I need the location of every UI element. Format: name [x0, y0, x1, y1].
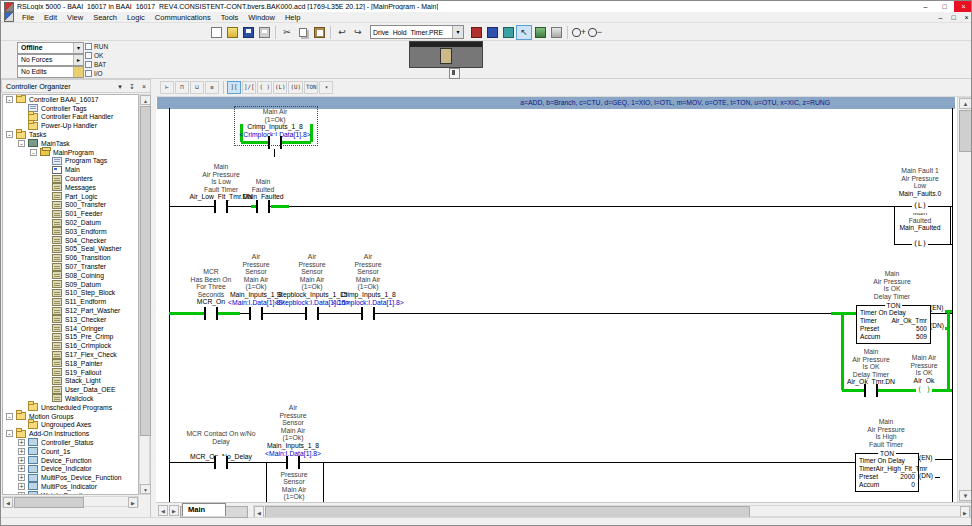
tree-expand-toggle[interactable]: + [18, 474, 25, 481]
tree-item[interactable]: S16_Crimplock [3, 341, 138, 350]
tree-item[interactable]: S02_Datum [3, 218, 138, 227]
verify-routine-icon[interactable] [468, 25, 484, 40]
menu-window[interactable]: Window [243, 13, 280, 22]
tree-expand-toggle[interactable]: + [18, 457, 25, 464]
tag-combo-box[interactable]: Drive_Hold_Timer.PRE▾ [370, 25, 464, 39]
more-elements-icon[interactable]: ▾ [319, 81, 333, 94]
tree-expand-toggle[interactable]: - [6, 413, 13, 420]
tree-item[interactable]: +Device_Function [3, 456, 138, 465]
tree-expand-toggle[interactable]: - [30, 149, 37, 156]
tree-item[interactable]: S01_Feeder [3, 209, 138, 218]
xic-icon[interactable]: ][ [227, 81, 241, 94]
tree-item[interactable]: +Device_Indicator [3, 464, 138, 473]
xic-contact[interactable] [256, 200, 270, 213]
flag-checkbox-icon[interactable] [85, 52, 92, 59]
tree-vscrollbar[interactable]: ▲ ▼ [139, 94, 150, 495]
tree-item[interactable]: -Motion Groups [3, 412, 138, 421]
tree-scroll-left-icon[interactable]: ◀ [3, 497, 13, 508]
tree-item[interactable]: S14_Oringer [3, 324, 138, 333]
editor-hscrollbar[interactable]: ◀ ▶ [253, 505, 971, 517]
xic-contact[interactable] [204, 307, 218, 320]
tree-scroll-down-icon[interactable]: ▼ [140, 484, 151, 494]
otl-icon[interactable]: (L) [273, 81, 287, 94]
tree-item[interactable]: Stack_Light [3, 377, 138, 386]
tree-item[interactable]: S06_Transition [3, 253, 138, 262]
xic-contact[interactable] [864, 384, 878, 397]
tree-item[interactable]: S03_Endform [3, 227, 138, 236]
tab-scroll-right-icon[interactable]: ▶ [169, 505, 179, 516]
tree-expand-toggle[interactable]: + [18, 492, 25, 495]
menu-logic[interactable]: Logic [122, 13, 150, 22]
tree-item[interactable]: Messages [3, 183, 138, 192]
verify-controller-icon[interactable] [484, 25, 500, 40]
tree-item[interactable]: S09_Datum [3, 280, 138, 289]
undo-icon[interactable]: ↩ [334, 25, 350, 40]
browse-logic-icon[interactable] [548, 25, 564, 40]
tree-vscroll-thumb[interactable] [140, 106, 151, 436]
xio-icon[interactable]: ]/[ [242, 81, 256, 94]
editor-vscrollbar[interactable]: ▲ ▼ [957, 97, 972, 502]
menu-edit[interactable]: Edit [39, 13, 62, 22]
tree-item[interactable]: Main [3, 165, 138, 174]
xic-contact[interactable] [361, 307, 375, 320]
branch-icon[interactable]: ⊓ [175, 81, 189, 94]
forces-selector[interactable]: No Forces ▸ [17, 54, 84, 66]
tree-item[interactable]: S10_Step_Block [3, 289, 138, 298]
otl-coil[interactable]: (L) [912, 200, 928, 213]
zoom-in-icon[interactable]: + [571, 25, 587, 40]
tree-item[interactable]: Counters [3, 174, 138, 183]
organizer-collapse-icon[interactable]: ▾ [114, 80, 126, 92]
tree-expand-toggle[interactable]: + [18, 465, 25, 472]
print-icon[interactable] [256, 25, 272, 40]
copy-icon[interactable] [295, 25, 311, 40]
tree-item[interactable]: Controller Fault Handler [3, 113, 138, 122]
tree-expand-toggle[interactable]: - [18, 140, 25, 147]
save-icon[interactable] [240, 25, 256, 40]
tree-item[interactable]: Program Tags [3, 157, 138, 166]
tree-item[interactable]: Ungrouped Axes [3, 420, 138, 429]
tree-expand-toggle[interactable]: - [6, 430, 13, 437]
timer-icon[interactable]: TON [304, 81, 318, 94]
zoom-out-icon[interactable]: − [587, 25, 603, 40]
tree-item[interactable]: S08_Coining [3, 271, 138, 280]
flag-checkbox-icon[interactable] [85, 43, 92, 50]
organizer-pin-icon[interactable]: ↧ [126, 80, 138, 92]
cross-reference-icon[interactable] [500, 25, 516, 40]
menu-search[interactable]: Search [88, 13, 122, 22]
instruction-list-icon[interactable]: ≡ [205, 81, 219, 94]
maximize-button[interactable]: □ [935, 1, 954, 12]
tree-scroll-right-icon[interactable]: ▶ [128, 497, 138, 508]
tree-item[interactable]: S17_Flex_Check [3, 350, 138, 359]
ton-block[interactable]: TONTimer On DelayTimerAir_Ok_TmrPreset50… [856, 305, 931, 344]
tree-item[interactable]: Unscheduled Programs [3, 403, 138, 412]
mdi-close-button[interactable]: × [960, 13, 972, 22]
xic-contact[interactable] [286, 456, 300, 469]
tree-item[interactable]: S13_Checker [3, 315, 138, 324]
tree-hscroll-thumb[interactable] [14, 497, 84, 508]
tree-item[interactable]: +MultiPos_Indicator [3, 482, 138, 491]
ton-block[interactable]: TONTimer On DelayTimerAir_High_Flt_TmrPr… [855, 453, 919, 492]
editor-scroll-down-icon[interactable]: ▼ [959, 490, 972, 501]
xic-contact[interactable] [214, 456, 228, 469]
editor-scroll-up-icon[interactable]: ▲ [959, 98, 972, 109]
tree-expand-toggle[interactable]: + [18, 448, 25, 455]
new-icon[interactable] [208, 25, 224, 40]
mdi-minimize-button[interactable]: – [934, 13, 947, 22]
tree-expand-toggle[interactable]: + [18, 439, 25, 446]
tree-item[interactable]: -Controller BAAI_16017 [3, 95, 138, 104]
menu-help[interactable]: Help [280, 13, 305, 22]
tree-item[interactable]: +Controller_Status [3, 438, 138, 447]
tree-item[interactable]: -MainTask [3, 139, 138, 148]
tab-scroll-left-icon[interactable]: ◀ [158, 505, 168, 516]
tree-item[interactable]: S12_Part_Washer [3, 306, 138, 315]
mode-dropdown-icon[interactable]: ▾ [73, 43, 83, 53]
tree-item[interactable]: S15_Pre_Crimp [3, 333, 138, 342]
organizer-close-icon[interactable]: × [138, 80, 150, 92]
mdi-restore-button[interactable]: □ [947, 13, 960, 22]
minimize-button[interactable]: – [916, 1, 935, 12]
flag-checkbox-icon[interactable] [85, 70, 92, 77]
tree-expand-toggle[interactable]: + [18, 483, 25, 490]
combo-dropdown-icon[interactable]: ▾ [452, 26, 463, 38]
otl-coil[interactable]: (L) [912, 238, 928, 251]
tree-scroll-up-icon[interactable]: ▲ [140, 95, 151, 105]
